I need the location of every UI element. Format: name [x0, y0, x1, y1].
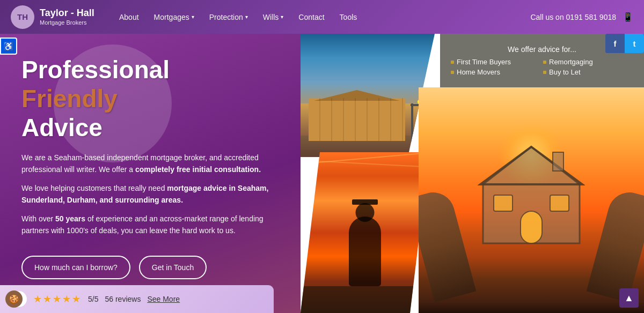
bullet-icon	[543, 61, 546, 64]
hero-body: We are a Seaham-based independent mortga…	[21, 152, 279, 243]
house-cutout-svg	[478, 141, 585, 249]
main-area: Professional Friendly Advice We are a Se…	[0, 34, 644, 313]
hero-paragraph1: We are a Seaham-based independent mortga…	[21, 152, 279, 176]
see-more-link[interactable]: See More	[147, 295, 180, 303]
svg-rect-4	[550, 195, 569, 211]
statue-image	[301, 152, 429, 313]
headline-line1: Professional	[21, 55, 279, 84]
protection-chevron: ▾	[245, 14, 248, 20]
bullet-icon	[451, 71, 454, 74]
nav-protection[interactable]: Protection ▾	[203, 9, 254, 26]
nav-tools[interactable]: Tools	[333, 9, 364, 26]
review-bar: G ★★★★★ 5/5 56 reviews See More	[0, 285, 274, 313]
mortgages-chevron: ▾	[192, 14, 194, 20]
twitter-button[interactable]: t	[625, 34, 644, 53]
hero-paragraph3: With over 50 years of experience and an …	[21, 213, 279, 237]
cookie-button[interactable]: 🍪	[5, 290, 23, 308]
brand-name: Taylor - Hall	[40, 8, 94, 19]
hero-paragraph2: We love helping customers that really ne…	[21, 182, 279, 206]
nav-links: About Mortgages ▾ Protection ▾ Wills ▾ C…	[113, 9, 530, 26]
info-item-remortgage: Remortgaging	[543, 58, 633, 66]
hero-right: We offer advice for... First Time Buyers…	[301, 34, 644, 313]
nav-mortgages[interactable]: Mortgages ▾	[148, 9, 201, 26]
phone-icon: 📱	[623, 12, 633, 22]
sunset-house-image	[419, 87, 644, 313]
brand-sub: Mortgage Brokers	[40, 19, 94, 26]
review-stars: ★★★★★	[33, 293, 82, 305]
contact-button[interactable]: Get in Touch	[139, 256, 207, 279]
svg-rect-2	[521, 211, 542, 243]
navbar: TH Taylor - Hall Mortgage Brokers About …	[0, 0, 644, 34]
logo-initials: TH	[11, 5, 34, 29]
info-item-btl: Buy to Let	[543, 68, 633, 76]
borrow-button[interactable]: How much can I borrow?	[21, 256, 130, 279]
logo-text: Taylor - Hall Mortgage Brokers	[40, 8, 94, 26]
hero-left: Professional Friendly Advice We are a Se…	[0, 34, 301, 313]
review-score: 5/5	[88, 295, 98, 303]
headline-line3: Advice	[21, 113, 279, 142]
accessibility-button[interactable]: ♿	[0, 38, 17, 55]
headline-line2: Friendly	[21, 84, 279, 113]
nav-right: Call us on 0191 581 9018 📱	[530, 12, 633, 22]
call-cta: Call us on 0191 581 9018	[530, 13, 616, 21]
info-item-movers: Home Movers	[451, 68, 541, 76]
facebook-button[interactable]: f	[605, 34, 625, 53]
svg-rect-3	[494, 195, 513, 211]
svg-rect-5	[553, 152, 564, 171]
bullet-icon	[543, 71, 546, 74]
wills-chevron: ▾	[281, 14, 283, 20]
info-item-ftb: First Time Buyers	[451, 58, 541, 66]
logo-area[interactable]: TH Taylor - Hall Mortgage Brokers	[11, 5, 107, 29]
review-count: 56 reviews	[105, 295, 141, 303]
info-grid: First Time Buyers Remortgaging Home Move…	[451, 58, 633, 76]
coastal-image	[301, 34, 435, 157]
headline: Professional Friendly Advice	[21, 55, 279, 142]
nav-contact[interactable]: Contact	[292, 9, 331, 26]
bullet-icon	[451, 61, 454, 64]
nav-about[interactable]: About	[113, 9, 145, 26]
social-box: f t	[605, 34, 644, 53]
nav-wills[interactable]: Wills ▾	[257, 9, 290, 26]
hero-buttons: How much can I borrow? Get in Touch	[21, 256, 279, 279]
scroll-top-button[interactable]: ▲	[619, 288, 639, 308]
